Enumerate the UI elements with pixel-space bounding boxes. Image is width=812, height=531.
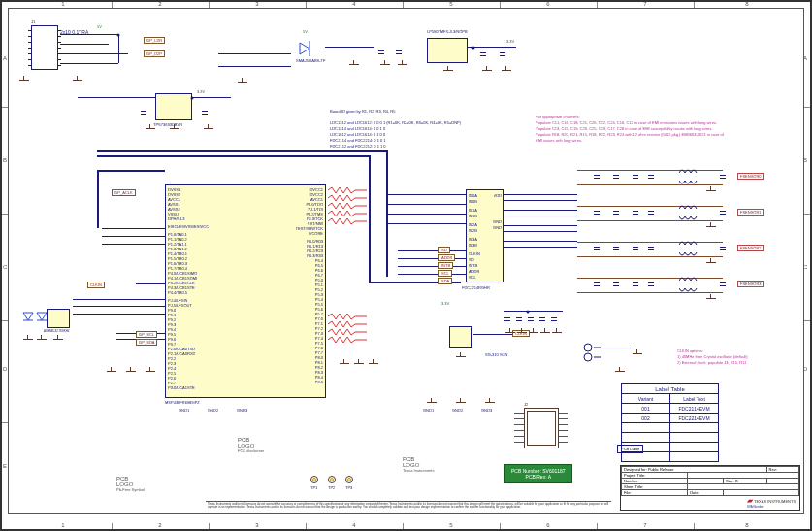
gnd-symbol (398, 60, 407, 68)
gnd-symbol (706, 186, 716, 194)
assembly-note: FDC2114 and FDC2214: 0 1 0 1 (330, 138, 386, 143)
wire-bus (97, 150, 388, 152)
wire (73, 299, 165, 300)
net-node (472, 47, 475, 50)
sensor-tag: FSENSOR2 (737, 245, 764, 251)
testpoint-label: TP1 (310, 485, 317, 490)
wire (102, 236, 165, 237)
wire (136, 283, 165, 284)
ic-ldo-tps73633 (155, 93, 192, 120)
cap (720, 209, 726, 216)
row-label: E (3, 463, 7, 469)
pcb-logo: PCB LOGO Texas Instruments (403, 456, 434, 473)
col-label: 1 (61, 1, 64, 7)
wire (577, 220, 723, 221)
net-5v: 5V (303, 29, 308, 34)
net-tag: SD (438, 247, 450, 253)
pink-note: Populate R18, R20, R21, R15, R18, R22, R… (536, 132, 724, 137)
wire (398, 274, 466, 275)
pin-line (559, 418, 568, 419)
ic-osc (47, 309, 70, 328)
cap (613, 209, 619, 216)
wire (218, 53, 291, 54)
svg-marker-4 (37, 313, 47, 320)
pink-note-title: CLKIN options: (677, 348, 703, 353)
wire (398, 258, 466, 259)
cap (504, 315, 510, 323)
col-label: 3 (255, 522, 258, 528)
wire (398, 266, 466, 267)
col-label: 2 (158, 1, 161, 7)
gnd-symbol (53, 335, 63, 343)
cap (539, 315, 545, 323)
wire (73, 306, 165, 307)
assembly-note: LDC1314 and LDC1614: 0 0 1 0 (330, 126, 385, 131)
cap (648, 245, 654, 252)
col-label: 3 (255, 1, 258, 7)
pink-note: Populate C11, C16, C18, C21, C26, C22, C… (536, 120, 717, 125)
cap (594, 173, 600, 181)
cap (720, 173, 726, 181)
gnd-symbol (340, 359, 349, 367)
gnd-symbol (706, 222, 716, 230)
pin-line (514, 436, 524, 437)
pin-line (559, 424, 568, 425)
net-tag: SDA (438, 278, 452, 284)
label-table-title: Label Table (622, 384, 719, 394)
net-3v3: 3.3V (506, 39, 514, 44)
ic-reg-lp5907 (427, 38, 468, 63)
svg-point-6 (584, 344, 592, 351)
net-tag: ADDR (438, 254, 455, 261)
col-label: 1 (61, 522, 64, 528)
gnd-label: GND2 (452, 408, 463, 413)
testpoint (310, 476, 318, 483)
gnd-symbol (427, 398, 437, 406)
wire (102, 228, 165, 229)
wire (468, 47, 516, 48)
pcb-info-box: PCB Number: SV601187 PCB Rev: A (504, 464, 572, 483)
gnd-symbol (354, 359, 364, 367)
ic-mcu-msp430: DVSS1 DVSS2 AVCC1 AVSS1 AVSS2 VSSU DPH/P… (165, 184, 326, 398)
testpoint-label: TP2 (328, 485, 335, 490)
gnd-symbol (633, 349, 642, 357)
gnd-label: GND1 (179, 408, 189, 413)
svg-marker-2 (23, 313, 33, 320)
row-label: C (3, 264, 7, 270)
gnd-symbol (107, 367, 116, 375)
wire (73, 314, 165, 315)
diode-part: SMAJ5.0ABS-TF (296, 58, 325, 63)
wire (577, 184, 723, 185)
wire (577, 242, 723, 243)
sva-number: SVA Number: (747, 505, 764, 509)
net-tag: I5P_D2P (144, 50, 165, 57)
gnd-symbol (204, 124, 213, 132)
net-node (191, 97, 194, 100)
svg-point-7 (584, 353, 592, 361)
net-tag: I5P_SCL (136, 331, 157, 338)
cap (594, 281, 600, 288)
wire-bus (97, 170, 165, 172)
col-label: 6 (546, 522, 549, 528)
cap (633, 173, 638, 181)
conn-ref: J1 (31, 19, 35, 24)
wire (504, 200, 577, 201)
cap (633, 245, 638, 252)
pin-line (514, 418, 524, 419)
net-tag: I5P_SDA (136, 339, 157, 346)
cap (613, 281, 619, 288)
wire (504, 216, 577, 216)
col-label: 7 (643, 1, 646, 7)
row-label: D (803, 366, 807, 372)
wire (398, 250, 466, 251)
gnd-label: GND3 (481, 408, 492, 413)
col-label: 4 (352, 522, 355, 528)
wire (102, 244, 165, 245)
inductor-ch1 (679, 203, 700, 222)
pcb-logo: PCB LOGO Pb-Free Symbol (116, 476, 145, 492)
wire-bus (369, 155, 371, 282)
testpoint-label: TP3 (345, 485, 352, 490)
sensor-tag: FSENSOR1 (737, 209, 764, 216)
ic-oscillator (449, 326, 472, 348)
col-label: 7 (643, 522, 646, 528)
connector-j1 (31, 25, 58, 70)
